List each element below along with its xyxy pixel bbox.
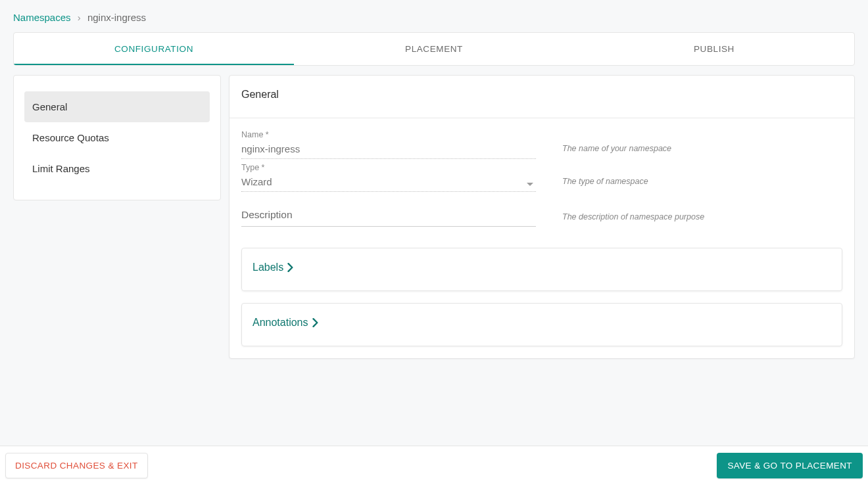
tab-placement[interactable]: PLACEMENT bbox=[294, 33, 574, 65]
sidebar-item-general[interactable]: General bbox=[24, 91, 210, 122]
name-label: Name * bbox=[241, 130, 536, 139]
tab-publish[interactable]: PUBLISH bbox=[574, 33, 854, 65]
annotations-expander[interactable]: Annotations bbox=[241, 303, 842, 346]
chevron-right-icon bbox=[312, 318, 319, 327]
main-tabs: CONFIGURATION PLACEMENT PUBLISH bbox=[13, 32, 855, 66]
type-select[interactable] bbox=[241, 173, 536, 192]
type-label: Type * bbox=[241, 163, 536, 172]
sidebar-item-label: Limit Ranges bbox=[32, 163, 90, 174]
main-panel: General Name * The name of your namespac… bbox=[229, 75, 855, 359]
breadcrumb: Namespaces › nginx-ingress bbox=[0, 0, 868, 32]
breadcrumb-root-link[interactable]: Namespaces bbox=[13, 12, 71, 23]
description-helper: The description of namespace purpose bbox=[562, 212, 704, 221]
section-title: General bbox=[229, 76, 854, 118]
sidebar-item-limit-ranges[interactable]: Limit Ranges bbox=[24, 153, 210, 184]
footer-bar: DISCARD CHANGES & EXIT SAVE & GO TO PLAC… bbox=[0, 446, 868, 485]
annotations-title: Annotations bbox=[253, 317, 308, 329]
save-go-placement-button[interactable]: SAVE & GO TO PLACEMENT bbox=[717, 453, 863, 478]
sidebar-item-resource-quotas[interactable]: Resource Quotas bbox=[24, 122, 210, 153]
breadcrumb-current: nginx-ingress bbox=[87, 12, 146, 23]
chevron-right-icon bbox=[287, 263, 294, 272]
tab-configuration[interactable]: CONFIGURATION bbox=[14, 33, 294, 65]
discard-button[interactable]: DISCARD CHANGES & EXIT bbox=[5, 453, 148, 478]
name-helper: The name of your namespace bbox=[562, 144, 671, 153]
description-input[interactable] bbox=[241, 206, 536, 227]
config-sidebar: General Resource Quotas Limit Ranges bbox=[13, 75, 221, 200]
sidebar-item-label: General bbox=[32, 101, 67, 112]
sidebar-item-label: Resource Quotas bbox=[32, 132, 109, 143]
labels-title: Labels bbox=[253, 262, 283, 273]
breadcrumb-separator: › bbox=[78, 12, 81, 23]
labels-expander[interactable]: Labels bbox=[241, 248, 842, 291]
name-input[interactable] bbox=[241, 141, 536, 159]
type-helper: The type of namespace bbox=[562, 177, 648, 186]
